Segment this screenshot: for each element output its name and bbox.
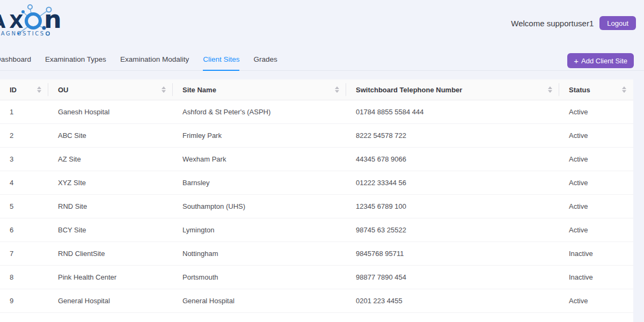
column-label: Switchboard Telephone Number [356,86,462,94]
column-label: OU [58,86,69,94]
add-client-site-label: Add Client Site [581,57,627,65]
cell-site-name: Southampton (UHS) [173,202,346,210]
axon-logo-graphic: AX n DIAGNOSTICS [0,3,78,38]
table-row: 2 ABC Site Frimley Park 8222 54578 722 A… [0,124,633,148]
cell-switchboard-phone: 01222 33344 56 [346,179,559,187]
cell-id: 1 [0,108,48,116]
sort-icon[interactable] [335,86,339,93]
table-body: 1 Ganesh Hospital Ashford & St Peter's (… [0,100,633,313]
table-row: 9 General Hospital General Hospital 0201… [0,289,633,313]
cell-site-name: Frimley Park [173,131,346,140]
cell-id: 6 [0,226,48,234]
cell-site-name: General Hospital [173,297,346,305]
cell-ou: XYZ SIte [48,179,173,187]
logo-o-ring [26,14,40,28]
sort-icon[interactable] [548,86,552,93]
table-row: 8 Pink Health Center Portsmouth 98877 78… [0,266,633,289]
cell-id: 9 [0,297,48,305]
cell-ou: Pink Health Center [48,273,173,281]
cell-id: 4 [0,179,48,187]
table-row: 7 RND ClientSite Nottingham 9845768 9571… [0,242,633,266]
table-row: 5 RND Site Southampton (UHS) 12345 6789 … [0,195,633,218]
table-header-row: ID OU Site Name Switchboard Telephone Nu… [0,79,633,100]
column-header-ou: OU [48,79,173,100]
cell-id: 2 [0,131,48,140]
main-nav: Dashboard Examination Types Examination … [0,48,644,71]
cell-status: Inactive [559,273,633,281]
table-row: 6 BCY Site Lymington 98745 63 25522 Acti… [0,218,633,242]
cell-status: Active [559,226,633,234]
cell-status: Active [559,297,633,305]
cell-ou: BCY Site [48,226,173,234]
cell-ou: RND Site [48,202,173,210]
cell-site-name: Nottingham [173,250,346,258]
cell-id: 5 [0,202,48,210]
column-label: Site Name [182,86,216,94]
cell-status: Active [559,108,633,116]
cell-switchboard-phone: 9845768 95711 [346,250,559,258]
cell-site-name: Ashford & St Peter's (ASPH) [173,108,346,116]
welcome-text: Welcome supportuser1 [511,19,594,28]
add-client-site-button[interactable]: + Add Client Site [567,53,634,68]
cell-status: Active [559,179,633,187]
node-icon [28,5,32,9]
table-row: 4 XYZ SIte Barnsley 01222 33344 56 Activ… [0,171,633,195]
cell-switchboard-phone: 98745 63 25522 [346,226,559,234]
plus-icon: + [574,57,579,65]
tab-examination-types[interactable]: Examination Types [45,48,106,70]
sort-icon[interactable] [37,86,41,93]
cell-ou: General Hospital [48,297,173,305]
logo-tagline: DIAGNOSTICS [0,31,45,36]
cell-switchboard-phone: 0201 223 4455 [346,297,559,305]
cell-status: Active [559,202,633,210]
column-header-status: Status [559,79,633,100]
sort-icon[interactable] [622,86,626,93]
cell-site-name: Wexham Park [173,155,346,163]
top-header: AX n DIAGNOSTICS Welcome supportuser1 Lo… [0,0,644,48]
cell-switchboard-phone: 12345 6789 100 [346,202,559,210]
cell-site-name: Portsmouth [173,273,346,281]
cell-switchboard-phone: 98877 7890 454 [346,273,559,281]
cell-site-name: Barnsley [173,179,346,187]
column-header-site-name: Site Name [173,79,346,100]
logo-text-ax: AX [0,11,27,32]
column-header-switchboard-phone: Switchboard Telephone Number [346,79,559,100]
tab-client-sites[interactable]: Client Sites [203,48,239,70]
table-row: 1 Ganesh Hospital Ashford & St Peter's (… [0,100,633,124]
tab-grades[interactable]: Grades [253,48,277,70]
table-row: 3 AZ Site Wexham Park 44345 678 9066 Act… [0,148,633,171]
cell-ou: AZ Site [48,155,173,163]
cell-switchboard-phone: 8222 54578 722 [346,131,559,140]
sort-icon[interactable] [162,86,166,93]
cell-status: Inactive [559,250,633,258]
tab-examination-modality[interactable]: Examination Modality [120,48,189,70]
cell-id: 7 [0,250,48,258]
user-area: Welcome supportuser1 Logout [511,16,636,30]
cell-id: 3 [0,155,48,163]
cell-site-name: Lymington [173,226,346,234]
cell-status: Active [559,155,633,163]
cell-switchboard-phone: 44345 678 9066 [346,155,559,163]
cell-ou: RND ClientSite [48,250,173,258]
cell-ou: Ganesh Hospital [48,108,173,116]
cell-status: Active [559,131,633,140]
column-label: ID [10,86,17,94]
cell-switchboard-phone: 01784 8855 5584 444 [346,108,559,116]
client-sites-table: ID OU Site Name Switchboard Telephone Nu… [0,79,633,322]
axon-logo: AX n DIAGNOSTICS [0,3,78,38]
column-header-id: ID [0,79,48,100]
tab-dashboard[interactable]: Dashboard [0,48,31,70]
column-label: Status [569,86,590,94]
logo-text-n: n [44,5,62,34]
cell-ou: ABC Site [48,131,173,140]
cell-id: 8 [0,273,48,281]
logout-button[interactable]: Logout [599,16,636,30]
